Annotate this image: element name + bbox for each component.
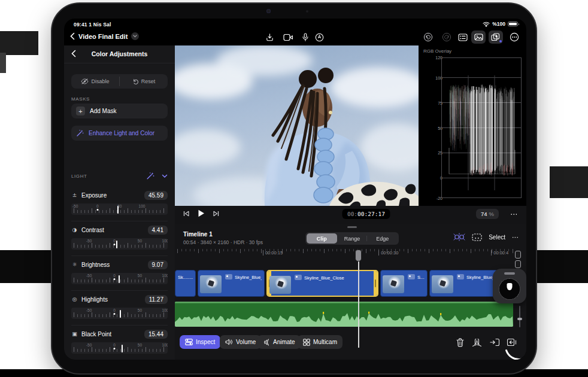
video-preview-viewer[interactable] bbox=[175, 45, 419, 206]
mode-clip[interactable]: Clip bbox=[307, 233, 337, 244]
volume-label: Volume bbox=[236, 339, 256, 345]
disable-label: Disable bbox=[91, 78, 109, 84]
insert-clip-icon[interactable] bbox=[488, 336, 501, 348]
contrast-slider[interactable]: -50050100 bbox=[71, 238, 168, 250]
volume-icon bbox=[225, 339, 233, 345]
black-point-label: Black Point bbox=[81, 331, 141, 338]
scrollbar-pill-bottom[interactable] bbox=[515, 260, 521, 268]
clip-appearance-icon[interactable] bbox=[472, 233, 482, 241]
clip-name: Skyline_Blue_Close bbox=[304, 275, 375, 281]
slider-cursor[interactable] bbox=[122, 345, 123, 352]
play-button-icon[interactable] bbox=[198, 209, 205, 217]
enhance-label: Enhance Light and Color bbox=[89, 130, 154, 136]
viewer-zoom-button[interactable]: 74% bbox=[476, 209, 499, 219]
previous-frame-icon[interactable] bbox=[183, 211, 189, 217]
timecode-display: 00:00:27:17 bbox=[342, 209, 390, 219]
multicam-button[interactable]: Multicam bbox=[298, 335, 343, 349]
tick-label: -50 bbox=[86, 239, 92, 243]
brightness-label: Brightness bbox=[81, 262, 144, 268]
reset-icon bbox=[132, 78, 139, 85]
slider-cursor[interactable] bbox=[117, 206, 119, 214]
timecode-value: 00:27:17 bbox=[357, 211, 385, 217]
media-browser-icon[interactable] bbox=[471, 31, 486, 44]
volume-button[interactable]: Volume bbox=[220, 335, 261, 349]
photo-icon bbox=[295, 275, 302, 280]
mode-edge[interactable]: Edge bbox=[367, 233, 398, 244]
audio-waveform-track[interactable] bbox=[175, 302, 513, 327]
black-point-value[interactable]: 15.44 bbox=[144, 330, 168, 339]
marketing-page-background: 09:41 1 Nis Sal %100 Video Final Edit bbox=[0, 0, 588, 377]
jog-pointer bbox=[507, 283, 513, 290]
project-menu-chevron[interactable] bbox=[131, 32, 139, 40]
app-screen: 09:41 1 Nis Sal %100 Video Final Edit bbox=[64, 19, 526, 360]
import-media-icon[interactable] bbox=[262, 31, 277, 44]
status-bar: 09:41 1 Nis Sal %100 bbox=[64, 19, 526, 29]
scope-axis-tick: 75 bbox=[431, 101, 442, 105]
timeline-resize-handle[interactable] bbox=[347, 226, 357, 228]
timeline-header: Timeline 1 00:54 · 3840 × 2160 · HDR · 3… bbox=[175, 230, 526, 249]
animate-button[interactable]: Animate bbox=[257, 335, 301, 349]
highlights-slider[interactable]: -50050100 bbox=[71, 308, 168, 319]
undo-icon[interactable] bbox=[421, 31, 435, 44]
add-mask-label: Add Mask bbox=[90, 108, 116, 114]
clip-thumbnail bbox=[432, 275, 453, 293]
vertical-zoom-knob[interactable] bbox=[517, 318, 522, 320]
auto-enhance-wand-icon[interactable] bbox=[146, 172, 154, 180]
mode-range[interactable]: Range bbox=[337, 233, 368, 244]
tick-label: -50 bbox=[86, 343, 92, 347]
project-title[interactable]: Video Final Edit bbox=[78, 33, 128, 40]
exposure-value[interactable]: 45.59 bbox=[144, 191, 168, 200]
vertical-zoom-slider[interactable] bbox=[519, 306, 520, 327]
tick-label: 100 bbox=[162, 308, 168, 312]
select-tool-button[interactable]: Select bbox=[489, 234, 505, 241]
clip-thumbnail bbox=[269, 276, 291, 294]
tick-label: 50 bbox=[138, 273, 142, 278]
timeline-clip-skyline-blue-close[interactable]: Skyline_Blue_Close bbox=[266, 270, 378, 297]
exposure-slider[interactable]: -50050100 bbox=[71, 203, 168, 215]
trash-icon[interactable] bbox=[453, 336, 466, 348]
contrast-value[interactable]: 4.41 bbox=[148, 226, 168, 235]
wifi-icon bbox=[483, 22, 490, 27]
effects-library-icon[interactable] bbox=[489, 31, 503, 44]
highlights-value[interactable]: 11.27 bbox=[145, 295, 168, 304]
tick-label: 0 bbox=[113, 308, 116, 312]
add-mask-button[interactable]: + Add Mask bbox=[71, 104, 168, 118]
timeline-ruler[interactable]: 00:00:1500:00:3000:00:4 bbox=[175, 249, 513, 269]
zoom-unit: % bbox=[489, 211, 494, 217]
pencil-tools-icon[interactable] bbox=[312, 31, 326, 44]
slider-cursor[interactable] bbox=[120, 310, 121, 318]
enhance-light-color-button[interactable]: Enhance Light and Color bbox=[71, 126, 168, 141]
reset-button[interactable]: Reset bbox=[120, 74, 168, 89]
contrast-icon: ◑ bbox=[71, 227, 78, 233]
disable-reset-group: Disable Reset bbox=[71, 74, 168, 89]
blade-split-icon[interactable] bbox=[470, 336, 483, 348]
viewer-more-icon[interactable]: ⋯ bbox=[510, 210, 518, 218]
microphone-icon[interactable] bbox=[298, 31, 313, 44]
brightness-slider[interactable]: -50050100 bbox=[71, 273, 168, 284]
black-point-slider[interactable]: -50050100 bbox=[71, 342, 168, 354]
jog-grip-handle[interactable] bbox=[504, 272, 515, 275]
next-frame-icon[interactable] bbox=[213, 211, 219, 217]
camera-record-icon[interactable] bbox=[281, 31, 295, 44]
more-options-icon[interactable] bbox=[507, 31, 522, 44]
brightness-value[interactable]: 9.07 bbox=[148, 260, 168, 269]
timeline-clips-track: Sk........Skyline_Blue_WideSkyline_Blue_… bbox=[175, 270, 513, 297]
jog-dial-widget[interactable] bbox=[493, 269, 526, 303]
slider-cursor[interactable] bbox=[119, 275, 120, 283]
timeline-clip-s[interactable]: S........ bbox=[380, 270, 428, 297]
inspect-button[interactable]: Inspect bbox=[180, 335, 220, 349]
scrollbar-pill-top[interactable] bbox=[515, 251, 521, 259]
connect-clips-icon[interactable] bbox=[453, 233, 465, 241]
collapse-chevron-icon[interactable] bbox=[162, 174, 168, 178]
timeline-more-icon[interactable]: ⋯ bbox=[512, 233, 519, 241]
playhead-handle[interactable] bbox=[355, 250, 362, 262]
browser-inspector-icon[interactable] bbox=[456, 31, 470, 44]
scope-axis-tick: 0 bbox=[431, 176, 442, 180]
timeline-clip-skyline-blue-wide[interactable]: Skyline_Blue_Wide bbox=[198, 270, 265, 297]
disable-button[interactable]: Disable bbox=[71, 74, 119, 89]
back-chevron-icon[interactable] bbox=[70, 32, 75, 40]
tick-label: 100 bbox=[162, 343, 168, 347]
slider-cursor[interactable] bbox=[116, 241, 117, 248]
timeline-clip-sk[interactable]: Sk........ bbox=[175, 270, 196, 297]
highlights-icon: ◎ bbox=[71, 296, 78, 302]
